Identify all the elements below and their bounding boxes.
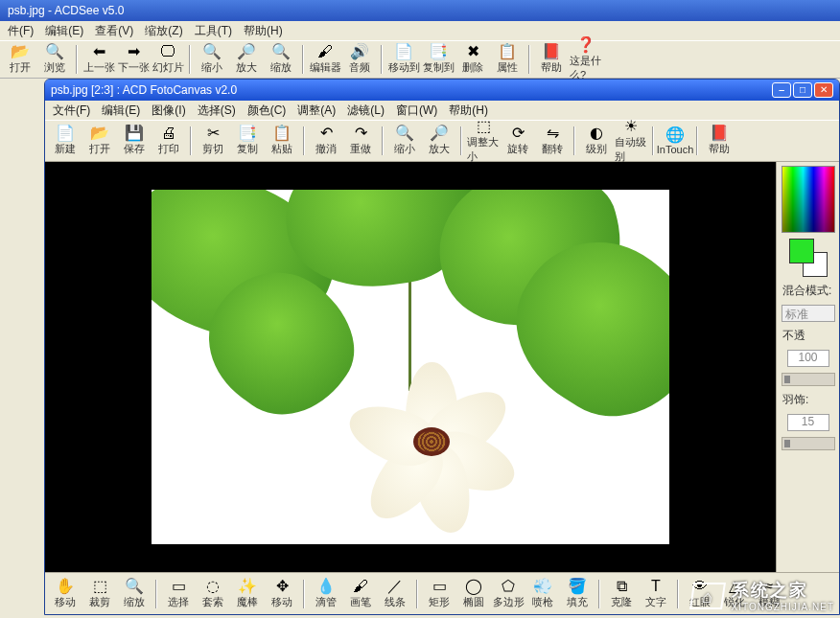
text-tool[interactable]: T文字 — [640, 577, 672, 611]
menu-item[interactable]: 帮助(H) — [449, 103, 488, 117]
flip-button[interactable]: ⇋翻转 — [536, 124, 569, 158]
toolbar-label: 这是什么? — [570, 54, 602, 82]
sharpen-tool[interactable]: △锐化 — [718, 577, 751, 611]
opacity-input[interactable]: 100 — [787, 350, 829, 367]
opacity-label: 不透 — [780, 328, 836, 344]
levels-button[interactable]: ◐级别 — [580, 124, 613, 158]
save-button[interactable]: 💾保存 — [118, 124, 151, 158]
copyto-button[interactable]: 📑复制到 — [422, 42, 455, 77]
autolevels-button[interactable]: ☀自动级别 — [615, 124, 647, 158]
print-button[interactable]: 🖨打印 — [152, 124, 185, 158]
brush-tool[interactable]: 🖌画笔 — [344, 577, 377, 611]
menu-item[interactable]: 查看(V) — [95, 24, 133, 37]
zoomout-button[interactable]: 🔍缩小 — [388, 124, 421, 158]
menu-item[interactable]: 件(F) — [8, 24, 34, 37]
close-button[interactable]: ✕ — [814, 82, 833, 98]
toolbar-label: 椭圆 — [463, 595, 484, 609]
menu-item[interactable]: 文件(F) — [53, 103, 90, 117]
rotate-button[interactable]: ⟳旋转 — [502, 124, 534, 158]
polygon-tool[interactable]: ⬠多边形 — [492, 577, 525, 611]
rect-tool[interactable]: ▭矩形 — [423, 577, 455, 611]
fotocanvas-titlebar[interactable]: psb.jpg [2:3] : ACD FotoCanvas v2.0 ‒ □ … — [45, 80, 839, 101]
toolbar-label: 编辑器 — [310, 60, 341, 75]
resize-button[interactable]: ⬚调整大小 — [467, 124, 500, 158]
toolbar-label: 剪切 — [202, 142, 223, 156]
line-tool[interactable]: ／线条 — [379, 577, 411, 611]
menu-item[interactable]: 帮助(H) — [244, 24, 283, 37]
props-icon: 📋 — [498, 44, 517, 59]
menu-item[interactable]: 编辑(E) — [102, 103, 140, 117]
paste-button[interactable]: 📋粘贴 — [266, 124, 298, 158]
undo-button[interactable]: ↶撤消 — [310, 124, 342, 158]
menu-item[interactable]: 调整(A) — [297, 103, 336, 117]
menu-item[interactable]: 滤镜(L) — [347, 103, 385, 117]
zoomout-button[interactable]: 🔍缩小 — [196, 42, 228, 77]
separator — [573, 126, 575, 155]
toolbar-label: 打开 — [10, 60, 31, 75]
whatis-button[interactable]: ❓这是什么? — [570, 42, 602, 77]
zoom-button[interactable]: 🔍缩放 — [265, 42, 297, 77]
menu-item[interactable]: 编辑(E) — [45, 24, 83, 37]
menu-item[interactable]: 缩放(Z) — [145, 24, 182, 37]
blend-mode-select[interactable]: 标准 — [782, 305, 835, 322]
zoom-tool[interactable]: 🔍缩放 — [118, 577, 151, 611]
crop-tool[interactable]: ⬚裁剪 — [83, 577, 116, 611]
separator — [677, 580, 679, 608]
movesel-tool[interactable]: ✥移动 — [266, 577, 298, 611]
select-tool[interactable]: ▭选择 — [162, 577, 195, 611]
cut-button[interactable]: ✂剪切 — [197, 124, 229, 158]
resize-icon: ⬚ — [477, 119, 491, 134]
menu-item[interactable]: 窗口(W) — [396, 103, 437, 117]
intouch-button[interactable]: 🌐InTouch — [659, 124, 691, 158]
open-icon: 📂 — [11, 44, 30, 59]
foreground-color[interactable] — [789, 239, 814, 263]
opacity-slider[interactable] — [782, 373, 835, 386]
open-button[interactable]: 📂打开 — [4, 42, 36, 77]
fg-bg-colors[interactable] — [789, 239, 828, 277]
menu-item[interactable]: 选择(S) — [198, 103, 236, 117]
redo-button[interactable]: ↷重做 — [344, 124, 377, 158]
eyedrop-tool[interactable]: 💧滴管 — [310, 577, 342, 611]
browse-button[interactable]: 🔍浏览 — [38, 42, 71, 77]
move-tool[interactable]: ✋移动 — [49, 577, 82, 611]
zoomin-button[interactable]: 🔎放大 — [423, 124, 455, 158]
menu-item[interactable]: 工具(T) — [195, 24, 232, 37]
copy-icon: 📑 — [238, 126, 257, 141]
zoomin-button[interactable]: 🔎放大 — [230, 42, 263, 77]
feather-input[interactable]: 15 — [787, 414, 829, 431]
props-button[interactable]: 📋属性 — [491, 42, 524, 77]
ellipse-icon: ◯ — [465, 579, 482, 594]
fill-tool[interactable]: 🪣填充 — [561, 577, 594, 611]
zoomout-icon: 🔍 — [395, 126, 414, 141]
help-button[interactable]: 📕帮助 — [535, 42, 568, 77]
spray-tool[interactable]: 💨喷枪 — [526, 577, 559, 611]
clone-tool[interactable]: ⧉克隆 — [605, 577, 638, 611]
toolbar-label: 红眼 — [689, 595, 711, 609]
menu-item[interactable]: 图像(I) — [152, 103, 185, 117]
wand-tool[interactable]: ✨魔棒 — [231, 577, 264, 611]
toolbar-label: 放大 — [429, 142, 450, 156]
feather-slider[interactable] — [782, 437, 835, 450]
slideshow-button[interactable]: 🖵幻灯片 — [152, 42, 184, 77]
color-spectrum[interactable] — [782, 166, 835, 233]
new-button[interactable]: 📄新建 — [49, 124, 82, 158]
moveto-button[interactable]: 📄移动到 — [387, 42, 420, 77]
redeye-tool[interactable]: 👁红眼 — [684, 577, 716, 611]
toolbar-label: 移动 — [271, 595, 292, 609]
editor-button[interactable]: 🖌编辑器 — [309, 42, 341, 77]
audio-button[interactable]: 🔊音频 — [343, 42, 376, 77]
ellipse-tool[interactable]: ◯椭圆 — [457, 577, 490, 611]
next-button[interactable]: ➡下一张 — [117, 42, 150, 77]
open-button[interactable]: 📂打开 — [83, 124, 116, 158]
copy-button[interactable]: 📑复制 — [231, 124, 264, 158]
help-button[interactable]: 📕帮助 — [703, 124, 735, 158]
prev-button[interactable]: ⬅上一张 — [82, 42, 115, 77]
canvas-area[interactable] — [45, 162, 776, 572]
paste-icon: 📋 — [272, 126, 292, 141]
delete-button[interactable]: ✖删除 — [456, 42, 489, 77]
maximize-button[interactable]: □ — [793, 82, 812, 98]
menu-item[interactable]: 颜色(C) — [247, 103, 287, 117]
minimize-button[interactable]: ‒ — [772, 82, 791, 98]
lasso-tool[interactable]: ◌套索 — [197, 577, 229, 611]
blur-tool[interactable]: ≈模糊 — [753, 577, 785, 611]
